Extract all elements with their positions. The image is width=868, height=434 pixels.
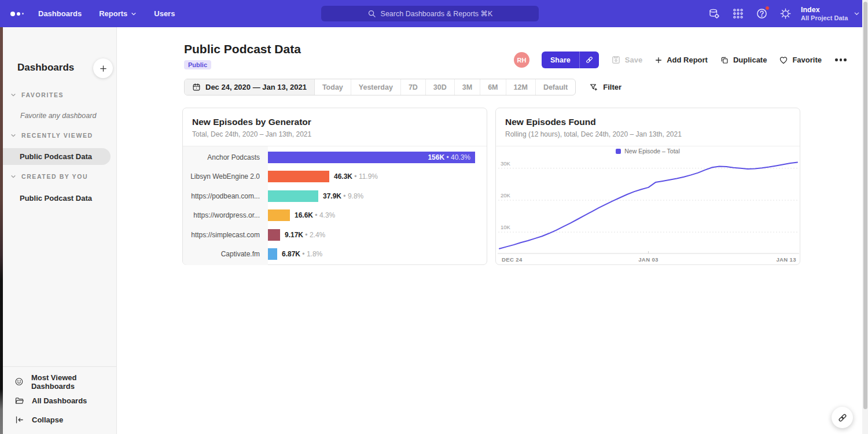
preset-yesterday[interactable]: Yesterday [351, 79, 401, 95]
chevron-down-icon [10, 92, 16, 98]
data-management-icon[interactable] [708, 8, 720, 20]
page-title: Public Podcast Data [184, 42, 301, 56]
nav-dashboards[interactable]: Dashboards [38, 9, 82, 18]
nav-users[interactable]: Users [154, 9, 175, 18]
filter-button[interactable]: Filter [589, 83, 621, 92]
bar-category-label: Captivate.fm [183, 250, 268, 258]
section-recently-viewed[interactable]: RECENTLY VIEWED [10, 132, 93, 139]
smiley-icon [14, 377, 24, 387]
bar-category-label: https://podbean.com... [183, 192, 268, 200]
bar-row[interactable]: https://wordpress.or...16.6K • 4.3% [183, 207, 487, 224]
project-name: Index [801, 6, 848, 14]
chevron-down-icon [10, 133, 16, 138]
bar-category-label: https://simplecast.com [183, 231, 268, 239]
svg-text:30K: 30K [501, 160, 511, 167]
card-title: New Episodes by Generator [192, 117, 477, 127]
card-title: New Episodes Found [505, 117, 790, 127]
notification-dot [765, 6, 770, 10]
link-icon [585, 56, 594, 64]
bar-segment[interactable] [268, 190, 318, 202]
bar-track: 37.9K • 9.8% [268, 190, 487, 202]
bar-segment[interactable] [268, 171, 329, 182]
plus-icon [99, 64, 108, 73]
bar-chart: Anchor Podcasts156K • 40.3%Libsyn WebEng… [183, 146, 487, 265]
preset-3m[interactable]: 3M [455, 79, 480, 95]
date-range-picker[interactable]: Dec 24, 2020 — Jan 13, 2021 [185, 79, 315, 95]
most-viewed-dashboards-button[interactable]: Most Viewed Dashboards [3, 372, 116, 391]
bar-value-label: 16.6K • 4.3% [295, 211, 335, 219]
bar-segment[interactable] [268, 229, 280, 241]
card-header[interactable]: New Episodes Found Rolling (12 hours), t… [496, 108, 800, 146]
help-icon[interactable] [756, 8, 768, 20]
top-nav: Dashboards Reports Users [38, 0, 175, 27]
topbar: Dashboards Reports Users Search Dashboar… [0, 0, 868, 27]
add-report-button[interactable]: Add Report [654, 56, 708, 64]
svg-text:20K: 20K [501, 192, 511, 198]
bar-segment[interactable] [268, 248, 277, 260]
share-button-group: Share [542, 52, 599, 68]
funnel-plus-icon [589, 83, 598, 92]
avatar[interactable]: RH [514, 52, 529, 68]
bar-row[interactable]: Anchor Podcasts156K • 40.3% [183, 149, 487, 166]
bar-row[interactable]: Captivate.fm6.87K • 1.8% [183, 245, 487, 263]
card-subtitle: Rolling (12 hours), total, Dec 24th, 202… [505, 130, 790, 138]
preset-default[interactable]: Default [536, 79, 575, 95]
copy-share-link-button[interactable] [579, 52, 599, 68]
bar-category-label: https://wordpress.or... [183, 211, 268, 219]
preset-12m[interactable]: 12M [506, 79, 536, 95]
nav-reports[interactable]: Reports [99, 9, 137, 18]
bar-track: 16.6K • 4.3% [268, 209, 487, 221]
project-selector[interactable]: Index All Project Data [801, 0, 860, 27]
bar-row[interactable]: https://simplecast.com9.17K • 2.4% [183, 226, 487, 244]
line-chart-plot[interactable]: 10K20K30KDEC 24JAN 03JAN 13 [496, 146, 801, 266]
save-button[interactable]: Save [611, 55, 642, 65]
duplicate-button[interactable]: Duplicate [720, 56, 767, 65]
plus-icon [654, 56, 663, 64]
sidebar-item-public-podcast-data-created[interactable]: Public Podcast Data [3, 190, 111, 207]
favorite-button[interactable]: Favorite [779, 56, 822, 65]
chevron-down-icon [854, 10, 860, 17]
sidebar-footer: Most Viewed Dashboards All Dashboards Co… [3, 366, 116, 434]
visibility-badge: Public [184, 60, 211, 69]
bar-segment[interactable] [268, 209, 290, 221]
bar-segment[interactable]: 156K • 40.3% [268, 152, 475, 163]
section-created-by-you[interactable]: CREATED BY YOU [10, 173, 88, 180]
floating-share-link-button[interactable] [832, 407, 853, 428]
chevron-down-icon [131, 11, 137, 17]
bar-row[interactable]: Libsyn WebEngine 2.046.3K • 11.9% [183, 168, 487, 185]
preset-30d[interactable]: 30D [426, 79, 455, 95]
card-new-episodes-by-generator: New Episodes by Generator Total, Dec 24t… [182, 108, 487, 265]
bar-value-label: 156K • 40.3% [428, 153, 470, 161]
bar-value-label: 6.87K • 1.8% [282, 250, 322, 258]
preset-6m[interactable]: 6M [480, 79, 506, 95]
bar-row[interactable]: https://podbean.com...37.9K • 9.8% [183, 187, 487, 205]
preset-today[interactable]: Today [315, 79, 351, 95]
bar-value-label: 9.17K • 2.4% [285, 231, 325, 239]
section-favorites[interactable]: FAVORITES [10, 91, 64, 98]
all-dashboards-button[interactable]: All Dashboards [3, 391, 116, 410]
collapse-sidebar-button[interactable]: Collapse [3, 410, 116, 429]
share-button[interactable]: Share [542, 52, 579, 68]
folder-icon [14, 396, 24, 406]
more-options-button[interactable] [834, 56, 848, 64]
card-header[interactable]: New Episodes by Generator Total, Dec 24t… [183, 108, 487, 146]
bar-track: 156K • 40.3% [268, 152, 487, 163]
sidebar-item-public-podcast-data[interactable]: Public Podcast Data [3, 148, 111, 165]
add-dashboard-button[interactable] [93, 58, 113, 78]
heart-icon [779, 56, 788, 65]
scrollbar-track[interactable] [862, 0, 868, 434]
search-icon [367, 9, 376, 18]
calendar-icon [192, 83, 201, 91]
mixpanel-logo-icon[interactable] [10, 0, 24, 27]
settings-icon[interactable] [779, 8, 792, 20]
svg-text:DEC 24: DEC 24 [502, 256, 523, 263]
bar-track: 6.87K • 1.8% [268, 248, 487, 260]
apps-grid-icon[interactable] [732, 8, 744, 20]
search-placeholder: Search Dashboards & Reports ⌘K [381, 9, 493, 18]
card-subtitle: Total, Dec 24th, 2020 – Jan 13th, 2021 [192, 130, 477, 138]
bar-rows: Anchor Podcasts156K • 40.3%Libsyn WebEng… [183, 146, 487, 265]
search-input[interactable]: Search Dashboards & Reports ⌘K [321, 6, 539, 21]
scrollbar-thumb[interactable] [863, 2, 867, 409]
project-scope: All Project Data [801, 14, 848, 22]
preset-7d[interactable]: 7D [401, 79, 426, 95]
